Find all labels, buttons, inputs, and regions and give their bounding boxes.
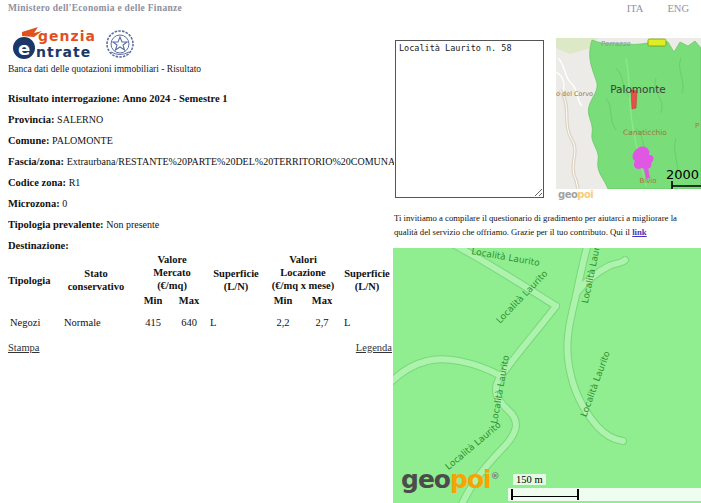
result-title-value: Anno 2024 - Semestre 1 [122, 93, 227, 104]
field-value: PALOMONTE [52, 135, 113, 146]
col-subheader-max: Max [302, 293, 342, 308]
col-header-tipologia: Tipologia [8, 252, 56, 308]
field-fascia-zona: Fascia/zona: Extraurbana/RESTANTE%20PART… [8, 155, 394, 168]
map-label-bivio: Bivio [639, 177, 656, 185]
field-label: Tipologia prevalente: [8, 219, 104, 230]
result-panel: Risultato interrogazione: Anno 2024 - Se… [8, 92, 394, 260]
overview-scale-label: 2000 (m) [666, 167, 701, 182]
location-textarea[interactable]: Località Laurito n. 58 [395, 40, 544, 198]
detail-scale-label: 150 m [513, 474, 546, 485]
detail-scalebar [511, 489, 579, 500]
field-label: Codice zona: [8, 177, 66, 188]
lang-eng-link[interactable]: ENG [667, 3, 689, 14]
cell-stato: Normale [56, 308, 136, 329]
overview-map[interactable]: Perrazze Palomonte o del Corvo Canaticch… [556, 38, 701, 202]
map-label-canaticchio: Canaticchio [623, 128, 667, 137]
map-label-corvo: o del Corvo [556, 90, 593, 98]
quotes-table: Tipologia Stato conservativo Valore Merc… [8, 252, 394, 329]
lang-ita-link[interactable]: ITA [627, 3, 643, 14]
table-row: Negozi Normale 415 640 L 2,2 2,7 L [8, 308, 392, 329]
result-title-label: Risultato interrogazione: [8, 93, 120, 104]
field-codice-zona: Codice zona: R1 [8, 176, 394, 189]
geopoi-logo: geopoi® [401, 463, 499, 493]
agenzia-entrate-logo: e genzia ntrate [8, 26, 208, 62]
field-label: Microzona: [8, 198, 60, 209]
cell-superficie-2: L [342, 308, 392, 329]
field-label: Fascia/zona: [8, 156, 64, 167]
field-microzona: Microzona: 0 [8, 197, 394, 210]
field-label: Provincia: [8, 114, 54, 125]
republic-emblem-icon [107, 31, 133, 57]
brand-line2: ntrate [36, 44, 91, 60]
questionnaire-link[interactable]: link [632, 227, 647, 237]
cell-tipologia: Negozi [8, 308, 56, 329]
brand-line1: genzia [38, 28, 96, 44]
field-value: Non presente [106, 219, 159, 230]
map-label-perrazze: Perrazze [601, 40, 631, 48]
cell-vl-max: 2,7 [302, 308, 342, 329]
cell-vm-max: 640 [170, 308, 208, 329]
questionnaire-text: Ti invitiamo a compilare il questionario… [394, 211, 701, 239]
col-header-superficie-2: Superficie (L/N) [342, 252, 392, 308]
field-value: 0 [62, 198, 67, 209]
overview-attribution: geopoi Geopoi, Map Data: © Here, OpenStr… [556, 189, 701, 202]
detail-map[interactable]: Località Laurito Località Laurito Locali… [393, 248, 701, 503]
col-subheader-min: Min [136, 293, 170, 308]
route-shield-icon [648, 39, 666, 46]
col-subheader-min: Min [264, 293, 302, 308]
col-header-superficie-1: Superficie (L/N) [208, 252, 264, 308]
col-subheader-max: Max [170, 293, 208, 308]
field-value: R1 [69, 177, 81, 188]
brand-glyph-e: e [18, 38, 30, 59]
col-header-valori-locazione: Valori Locazione (€/mq x mese) [264, 252, 342, 293]
page-title: Banca dati delle quotazioni immobiliari … [8, 64, 201, 74]
cell-vl-min: 2,2 [264, 308, 302, 329]
field-tipologia-prevalente: Tipologia prevalente: Non presente [8, 218, 394, 231]
field-comune: Comune: PALOMONTE [8, 134, 394, 147]
result-title: Risultato interrogazione: Anno 2024 - Se… [8, 92, 394, 105]
field-value: SALERNO [57, 114, 103, 125]
field-label: Comune: [8, 135, 49, 146]
col-header-stato: Stato conservativo [56, 252, 136, 308]
legenda-link[interactable]: Legenda [356, 342, 392, 353]
map-label-p-partial: P [695, 122, 699, 130]
stampa-link[interactable]: Stampa [8, 342, 40, 353]
field-destinazione: Destinazione: [8, 239, 394, 252]
geopoi-logo-small: geopoi [558, 189, 593, 201]
field-provincia: Provincia: SALERNO [8, 113, 394, 126]
field-label: Destinazione: [8, 240, 69, 251]
language-switcher: ITA ENG [605, 3, 689, 14]
map-label-palomonte: Palomonte [610, 83, 666, 95]
ministry-label: Ministero dell'Economia e delle Finanze [8, 3, 182, 13]
cell-superficie-1: L [208, 308, 264, 329]
cell-vm-min: 415 [136, 308, 170, 329]
field-value: Extraurbana/RESTANTE%20PARTE%20DEL%20TER… [67, 156, 394, 167]
col-header-valore-mercato: Valore Mercato (€/mq) [136, 252, 208, 293]
